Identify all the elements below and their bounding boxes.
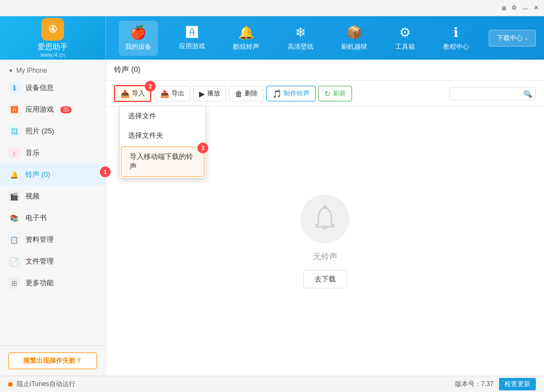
version-text: 版本号：7.37	[455, 380, 494, 389]
settings-icon: ⚙	[510, 4, 518, 12]
ebook-icon: 📚	[8, 212, 20, 224]
photos-icon: 🖼	[8, 125, 20, 137]
empty-text: 无铃声	[313, 252, 337, 262]
nav-my-device-label: 我的设备	[125, 42, 151, 52]
info-icon: ℹ	[8, 82, 20, 94]
app-icon: 🅰	[186, 25, 198, 40]
make-ringtone-btn[interactable]: 🎵 制作铃声	[266, 86, 316, 101]
nav-app-games-label: 应用游戏	[179, 42, 205, 51]
import-wrapper: 📥 导入 2 选择文件 选择文件夹 导入移动端下载的铃声	[114, 85, 151, 102]
minimize-icon[interactable]: —	[521, 4, 529, 12]
music-make-icon: 🎵	[272, 89, 281, 98]
sidebar-item-music[interactable]: ♪ 音乐	[0, 142, 105, 164]
logo-area: ④ 爱思助手 www.i4.cn	[0, 16, 106, 60]
sidebar-photos-label: 照片 (25)	[25, 126, 54, 136]
data-mgmt-icon: 📋	[8, 234, 20, 246]
sidebar-section-label: My iPhone	[16, 67, 47, 74]
search-wrap: 🔍	[449, 87, 536, 100]
nav-ringtone[interactable]: 🔔 酷炫铃声	[227, 21, 266, 56]
empty-state: 无铃声 去下载	[300, 195, 349, 288]
sidebar-more-label: 更多功能	[25, 278, 54, 288]
monitor-icon: 🖥	[500, 4, 507, 12]
snowflake-icon: ❄	[295, 25, 306, 40]
sidebar-item-ringtones[interactable]: 🔔 铃声 (0) 1	[0, 164, 105, 185]
sidebar-item-more[interactable]: ⊞ 更多功能	[0, 272, 105, 294]
nav-wallpaper-label: 高清壁纸	[287, 42, 313, 52]
window-controls: 🖥 ⚙ — ✕	[500, 4, 540, 12]
error-btn[interactable]: 频繁出现操作失败？	[8, 352, 97, 369]
sidebar-item-ebook[interactable]: 📚 电子书	[0, 207, 105, 229]
arrow-icon: ▼	[8, 68, 14, 74]
nav-ringtone-label: 酷炫铃声	[233, 42, 259, 52]
more-icon: ⊞	[8, 277, 20, 289]
check-update-btn[interactable]: 检查更新	[499, 378, 536, 390]
nav-tutorial[interactable]: ℹ 教程中心	[437, 21, 476, 56]
title-bar: 🖥 ⚙ — ✕	[0, 0, 544, 16]
step3-badge: 3	[197, 143, 208, 153]
sidebar-item-file-mgmt[interactable]: 📄 文件管理	[0, 250, 105, 272]
nav-tutorial-label: 教程中心	[443, 42, 469, 52]
sidebar-app-label: 应用游戏	[25, 105, 54, 114]
sidebar-item-app-games[interactable]: 🅰 应用游戏 39	[0, 99, 105, 120]
nav-jailbreak[interactable]: 📦 刷机越狱	[335, 21, 374, 56]
sidebar-item-device-info[interactable]: ℹ 设备信息	[0, 77, 105, 99]
content-area: 铃声 (0) 📥 导入 2 选择文件 选择文件夹	[106, 60, 544, 376]
sidebar-footer: 频繁出现操作失败？	[0, 345, 105, 376]
music-icon: ♪	[8, 147, 20, 159]
status-bar: 阻止iTunes自动运行 版本号：7.37 检查更新	[0, 376, 544, 392]
play-btn[interactable]: ▶ 播放	[193, 86, 226, 101]
dropdown-import-mobile[interactable]: 导入移动端下载的铃声 3	[121, 146, 204, 177]
go-download-btn[interactable]: 去下载	[303, 270, 347, 288]
nav-wallpaper[interactable]: ❄ 高清壁纸	[281, 21, 320, 56]
file-mgmt-icon: 📄	[8, 255, 20, 267]
content-tab-title: 铃声 (0)	[114, 65, 140, 74]
box-icon: 📦	[346, 25, 362, 40]
sidebar-ebook-label: 电子书	[25, 213, 47, 223]
import-dropdown: 选择文件 选择文件夹 导入移动端下载的铃声 3	[119, 106, 206, 178]
logo-icon: ④	[41, 18, 64, 41]
close-icon[interactable]: ✕	[532, 4, 540, 12]
nav-my-device[interactable]: 🍎 我的设备	[119, 21, 158, 56]
delete-icon: 🗑	[235, 89, 242, 98]
logo-name: 爱思助手	[37, 42, 68, 52]
sidebar-item-photos[interactable]: 🖼 照片 (25)	[0, 120, 105, 142]
dropdown-select-folder[interactable]: 选择文件夹	[120, 126, 206, 145]
app-badge: 39	[60, 106, 72, 113]
sidebar-item-data-mgmt[interactable]: 📋 资料管理	[0, 229, 105, 250]
step2-badge: 2	[145, 81, 156, 92]
search-icon: 🔍	[523, 89, 532, 98]
play-icon: ▶	[199, 89, 205, 98]
dropdown-select-file[interactable]: 选择文件	[120, 106, 206, 126]
export-btn[interactable]: 📤 导出	[154, 86, 190, 101]
sidebar-section-title: ▼ My iPhone	[0, 62, 105, 77]
sidebar-item-video[interactable]: 🎬 视频	[0, 185, 105, 207]
nav-app-games[interactable]: 🅰 应用游戏	[172, 21, 212, 55]
status-right: 版本号：7.37 检查更新	[455, 378, 536, 390]
nav-tools[interactable]: ⚙ 工具箱	[389, 21, 421, 56]
video-icon: 🎬	[8, 190, 20, 202]
step1-badge: 1	[100, 166, 111, 177]
sidebar-device-info-label: 设备信息	[25, 83, 54, 93]
sidebar-music-label: 音乐	[25, 148, 40, 158]
empty-bell-icon	[300, 195, 349, 243]
delete-btn[interactable]: 🗑 删除	[229, 86, 264, 101]
status-left: 阻止iTunes自动运行	[8, 380, 75, 389]
sidebar-file-mgmt-label: 文件管理	[25, 256, 54, 266]
apple-icon: 🍎	[130, 25, 146, 40]
sidebar: ▼ My iPhone ℹ 设备信息 🅰 应用游戏 39 🖼 照片 (25) ♪	[0, 60, 106, 376]
info-nav-icon: ℹ	[453, 25, 458, 40]
import-icon: 📥	[120, 89, 130, 98]
main-layout: ▼ My iPhone ℹ 设备信息 🅰 应用游戏 39 🖼 照片 (25) ♪	[0, 60, 544, 376]
nav-tools-label: 工具箱	[395, 42, 415, 52]
status-text: 阻止iTunes自动运行	[17, 380, 75, 389]
gear-nav-icon: ⚙	[399, 25, 411, 40]
nav-jailbreak-label: 刷机越狱	[341, 42, 367, 52]
content-header: 铃声 (0)	[106, 60, 544, 81]
toolbar: 📥 导入 2 选择文件 选择文件夹 导入移动端下载的铃声	[106, 81, 544, 107]
sidebar-ringtones-label: 铃声 (0)	[25, 170, 50, 179]
app-games-icon: 🅰	[8, 104, 20, 115]
refresh-btn[interactable]: ↻ 刷新	[318, 86, 352, 101]
nav-items: 🍎 我的设备 🅰 应用游戏 🔔 酷炫铃声 ❄ 高清壁纸 📦 刷机越狱 ⚙ 工具箱…	[106, 21, 489, 56]
download-center-btn[interactable]: 下载中心 ↓	[489, 30, 536, 47]
sidebar-video-label: 视频	[25, 191, 40, 201]
